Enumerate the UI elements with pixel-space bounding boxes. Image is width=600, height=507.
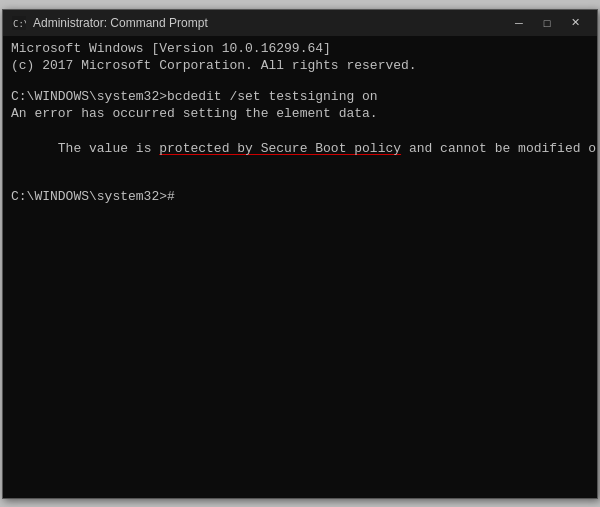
cmd-window: C:\ Administrator: Command Prompt ─ □ ✕ …: [2, 9, 598, 499]
title-bar-controls: ─ □ ✕: [505, 13, 589, 33]
title-bar-left: C:\ Administrator: Command Prompt: [11, 15, 208, 31]
console-line-2: (c) 2017 Microsoft Corporation. All righ…: [11, 57, 589, 75]
console-output[interactable]: Microsoft Windows [Version 10.0.16299.64…: [3, 36, 597, 498]
line6-part1: The value is: [58, 141, 159, 156]
close-button[interactable]: ✕: [561, 13, 589, 33]
window-title: Administrator: Command Prompt: [33, 16, 208, 30]
line6-part2: and cannot be modified or deleted.: [401, 141, 597, 156]
minimize-button[interactable]: ─: [505, 13, 533, 33]
cmd-icon: C:\: [11, 15, 27, 31]
console-blank-1: [11, 75, 589, 88]
console-blank-2: [11, 175, 589, 188]
console-line-prompt: C:\WINDOWS\system32>#: [11, 188, 589, 206]
console-line-6: The value is protected by Secure Boot po…: [11, 123, 589, 176]
maximize-button[interactable]: □: [533, 13, 561, 33]
line6-underlined: protected by Secure Boot policy: [159, 141, 401, 156]
svg-text:C:\: C:\: [13, 19, 26, 29]
console-line-error: An error has occurred setting the elemen…: [11, 105, 589, 123]
console-line-command: C:\WINDOWS\system32>bcdedit /set testsig…: [11, 88, 589, 106]
title-bar: C:\ Administrator: Command Prompt ─ □ ✕: [3, 10, 597, 36]
console-line-1: Microsoft Windows [Version 10.0.16299.64…: [11, 40, 589, 58]
